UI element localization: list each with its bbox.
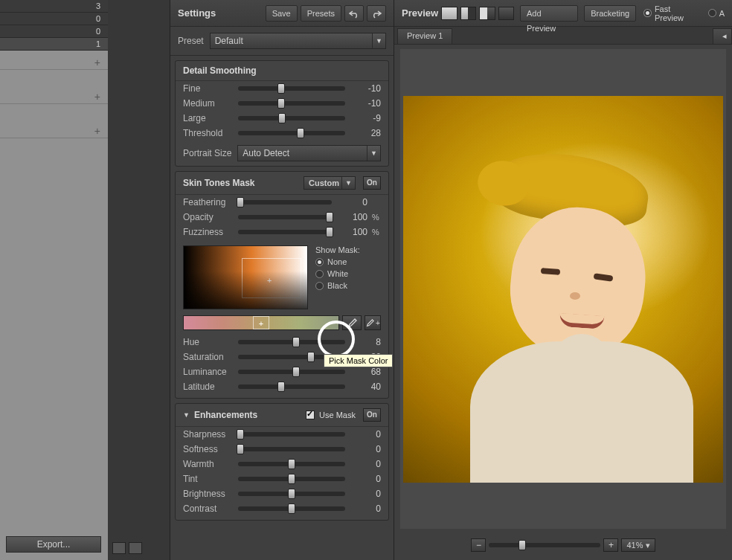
fine-slider[interactable] [238, 86, 345, 91]
preset-select[interactable]: Default ▼ [210, 33, 386, 49]
plus-icon: + [94, 57, 100, 68]
other-preview-radio[interactable]: A [708, 9, 725, 18]
add-row-button[interactable]: + [0, 55, 108, 70]
medium-value: -10 [350, 98, 381, 109]
brightness-value: 0 [350, 489, 381, 499]
opacity-slider[interactable] [238, 215, 332, 219]
contrast-value: 0 [350, 503, 381, 514]
portrait-size-select[interactable]: Auto Detect▼ [237, 145, 381, 161]
tint-slider[interactable] [238, 477, 345, 481]
hue-strip[interactable]: + [183, 315, 339, 330]
grid-view-icon[interactable] [112, 542, 126, 554]
radio-icon [643, 9, 652, 17]
enhancements-section: ▼ Enhancements Use Mask On Sharpness0 So… [175, 403, 389, 521]
fuzziness-value: 100 [336, 227, 367, 237]
luminance-slider[interactable] [238, 370, 345, 374]
medium-slider[interactable] [238, 101, 345, 106]
brightness-slider[interactable] [238, 492, 345, 496]
view-split-h-icon[interactable] [460, 7, 476, 20]
crosshair-icon: + [267, 276, 272, 285]
skin-mode-select[interactable]: Custom▼ [304, 176, 356, 190]
section-title: Enhancements [194, 410, 257, 420]
single-view-icon[interactable] [129, 542, 142, 554]
mask-black-radio[interactable]: Black [315, 281, 360, 290]
hue-marker: + [253, 316, 269, 329]
tab-scroll-button[interactable]: ◂ [713, 28, 732, 44]
latitude-slider[interactable] [238, 384, 345, 389]
saturation-label: Saturation [183, 352, 234, 362]
preview-panel: Preview Add Preview Bracketing Fast Prev… [394, 0, 732, 560]
eyedropper-button[interactable] [342, 315, 362, 330]
list-item[interactable]: 0 [0, 25, 108, 38]
save-button[interactable]: Save [266, 5, 298, 22]
threshold-value: 28 [350, 128, 381, 138]
threshold-slider[interactable] [238, 131, 345, 135]
softness-label: Softness [183, 444, 234, 454]
latitude-value: 40 [350, 382, 381, 392]
tint-value: 0 [350, 474, 381, 484]
feathering-slider[interactable] [238, 200, 332, 205]
fuzziness-label: Fuzziness [183, 227, 234, 237]
hue-slider[interactable] [238, 340, 345, 344]
radio-icon [315, 282, 324, 290]
warmth-slider[interactable] [238, 462, 345, 466]
warmth-label: Warmth [183, 459, 234, 469]
bracketing-button[interactable]: Bracketing [584, 5, 636, 22]
left-sidebar: 3 0 0 1 + + + Export... [0, 0, 108, 560]
mask-none-radio[interactable]: None [315, 257, 360, 266]
add-row-button[interactable]: + [0, 123, 108, 138]
brightness-label: Brightness [183, 489, 234, 499]
redo-icon [371, 10, 382, 19]
radio-icon [315, 270, 324, 278]
luminance-value: 68 [350, 367, 381, 377]
opacity-value: 100 [336, 212, 367, 222]
zoom-value[interactable]: 41% ▾ [621, 538, 655, 552]
presets-button[interactable]: Presets [301, 5, 341, 22]
chevron-down-icon: ▼ [372, 33, 385, 48]
preset-label: Preset [178, 36, 204, 46]
add-preview-button[interactable]: Add Preview [520, 5, 578, 22]
list-item[interactable]: 3 [0, 0, 108, 13]
softness-slider[interactable] [238, 447, 345, 451]
preview-canvas[interactable] [400, 49, 726, 529]
view-quad-icon[interactable] [498, 7, 514, 20]
skin-on-button[interactable]: On [363, 176, 381, 190]
large-slider[interactable] [238, 116, 345, 120]
collapse-arrow-icon[interactable]: ▼ [183, 411, 190, 419]
chevron-down-icon: ▼ [367, 146, 380, 161]
redo-button[interactable] [367, 5, 386, 22]
luminance-label: Luminance [183, 367, 234, 377]
zoom-out-button[interactable]: − [471, 538, 486, 552]
portrait-size-label: Portrait Size [183, 148, 231, 158]
color-swatch[interactable]: + [183, 245, 308, 309]
use-mask-label: Use Mask [319, 411, 356, 419]
zoom-slider[interactable] [489, 543, 600, 547]
tint-label: Tint [183, 474, 234, 484]
list-item[interactable]: 1 [0, 38, 108, 51]
preview-tab[interactable]: Preview 1 [397, 28, 452, 44]
undo-icon [349, 10, 359, 19]
sharpness-slider[interactable] [238, 432, 345, 437]
contrast-slider[interactable] [238, 506, 345, 511]
enh-on-button[interactable]: On [363, 408, 381, 422]
radio-icon [708, 9, 716, 17]
section-title: Skin Tones Mask [183, 178, 254, 188]
list-item[interactable]: 0 [0, 13, 108, 25]
panel-title: Preview [402, 7, 438, 19]
gap [108, 0, 170, 560]
use-mask-checkbox[interactable] [306, 411, 315, 419]
eyedropper-plus-button[interactable]: + [365, 315, 381, 330]
fast-preview-radio[interactable]: Fast Preview [643, 4, 701, 22]
view-single-icon[interactable] [441, 7, 457, 20]
export-button[interactable]: Export... [6, 536, 101, 553]
undo-button[interactable] [344, 5, 364, 22]
zoom-in-button[interactable]: + [603, 538, 618, 552]
fuzziness-slider[interactable] [238, 230, 332, 234]
add-row-button[interactable]: + [0, 89, 108, 104]
fine-value: -10 [350, 83, 381, 94]
opacity-label: Opacity [183, 212, 234, 222]
feathering-value: 0 [336, 197, 367, 207]
view-split-v-icon[interactable] [479, 7, 495, 20]
sharpness-label: Sharpness [183, 429, 234, 440]
mask-white-radio[interactable]: White [315, 269, 360, 278]
